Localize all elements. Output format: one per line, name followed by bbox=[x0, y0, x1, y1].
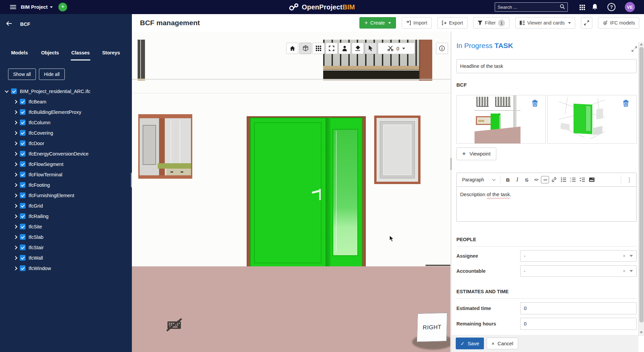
tree-item[interactable]: IfcDoor bbox=[0, 138, 132, 148]
tree-item[interactable]: IfcStair bbox=[0, 242, 132, 253]
tree-item[interactable]: IfcCovering bbox=[0, 128, 132, 138]
checkbox-checked[interactable] bbox=[20, 265, 26, 271]
tab-classes[interactable]: Classes bbox=[69, 48, 92, 60]
chevron-right-icon[interactable] bbox=[13, 214, 17, 218]
import-button[interactable]: Import bbox=[402, 17, 432, 29]
todo-list-button[interactable] bbox=[578, 175, 587, 184]
checkbox-checked[interactable] bbox=[20, 151, 26, 157]
description-text-area[interactable]: Description of the task. bbox=[456, 187, 637, 222]
bulleted-list-button[interactable] bbox=[559, 175, 568, 184]
right-window[interactable] bbox=[374, 116, 420, 184]
chevron-right-icon[interactable] bbox=[13, 193, 17, 197]
viewer-and-cards-button[interactable]: Viewer and cards bbox=[515, 17, 575, 29]
link-button[interactable] bbox=[550, 175, 558, 184]
viewer-info-button[interactable] bbox=[436, 43, 448, 54]
notifications-bell-icon[interactable] bbox=[591, 3, 598, 12]
chevron-right-icon[interactable] bbox=[13, 152, 17, 156]
select-tool-button[interactable] bbox=[365, 43, 377, 54]
viewpoint-thumbnail-wireframe[interactable] bbox=[559, 95, 605, 143]
scrollbar-thumb[interactable] bbox=[639, 47, 644, 322]
checkbox-checked[interactable] bbox=[20, 161, 26, 167]
delete-viewpoint-icon[interactable] bbox=[623, 100, 629, 108]
add-viewpoint-button[interactable]: + Viewpoint bbox=[456, 147, 496, 160]
hamburger-menu-icon[interactable] bbox=[10, 5, 16, 6]
global-add-button[interactable]: + bbox=[58, 3, 67, 11]
checkbox-checked[interactable] bbox=[20, 120, 26, 125]
tree-item[interactable]: IfcBuildingElementProxy bbox=[0, 107, 132, 117]
viewpoint-card[interactable] bbox=[547, 95, 637, 144]
expand-panel-icon[interactable] bbox=[632, 46, 637, 53]
first-person-button[interactable] bbox=[339, 43, 351, 54]
fit-view-button[interactable] bbox=[326, 43, 338, 54]
search-icon[interactable] bbox=[560, 4, 565, 10]
chevron-right-icon[interactable] bbox=[13, 204, 17, 208]
checkbox-checked[interactable] bbox=[20, 140, 26, 146]
search-input[interactable] bbox=[495, 5, 560, 10]
3d-view-button[interactable] bbox=[299, 43, 311, 54]
viewpoint-card[interactable] bbox=[456, 95, 546, 144]
storeys-button[interactable] bbox=[312, 43, 325, 54]
hide-element-button[interactable] bbox=[352, 43, 364, 54]
tree-item[interactable]: IfcSite bbox=[0, 221, 132, 232]
cancel-button[interactable]: × Cancel bbox=[487, 338, 518, 349]
left-window[interactable] bbox=[138, 114, 192, 179]
tree-item[interactable]: IfcWall bbox=[0, 253, 132, 263]
assignee-select[interactable]: - × bbox=[520, 250, 637, 262]
checkbox-checked[interactable] bbox=[20, 109, 26, 115]
checkbox-checked[interactable] bbox=[20, 192, 26, 198]
chevron-right-icon[interactable] bbox=[13, 110, 17, 114]
chevron-right-icon[interactable] bbox=[13, 100, 17, 103]
checkbox-checked[interactable] bbox=[20, 224, 26, 229]
tree-item[interactable]: IfcColumn bbox=[0, 117, 132, 128]
chevron-right-icon[interactable] bbox=[13, 141, 17, 145]
tree-item[interactable]: IfcFlowSegment bbox=[0, 159, 132, 169]
save-button[interactable]: ✓ Save bbox=[456, 338, 484, 349]
nav-cube[interactable]: RIGHT bbox=[417, 313, 447, 342]
filter-button[interactable]: Filter 1 bbox=[473, 17, 509, 29]
insert-image-button[interactable] bbox=[587, 175, 596, 184]
tree-item[interactable]: IfcSlab bbox=[0, 232, 132, 242]
chevron-right-icon[interactable] bbox=[13, 235, 17, 239]
checkbox-checked[interactable] bbox=[20, 182, 26, 188]
ifc-models-button[interactable]: IFC models bbox=[598, 17, 639, 29]
checkbox-checked[interactable] bbox=[20, 213, 26, 219]
tree-item[interactable]: IfcRailing bbox=[0, 211, 132, 221]
chevron-right-icon[interactable] bbox=[13, 121, 17, 124]
show-all-button[interactable]: Show all bbox=[8, 69, 36, 80]
chevron-right-icon[interactable] bbox=[13, 246, 17, 249]
chevron-right-icon[interactable] bbox=[13, 173, 17, 176]
chevron-right-icon[interactable] bbox=[13, 162, 17, 166]
tree-item[interactable]: IfcWindow bbox=[0, 263, 132, 273]
format-dropdown[interactable]: Paragraph bbox=[459, 177, 497, 182]
checkbox-checked[interactable] bbox=[20, 99, 26, 104]
chevron-right-icon[interactable] bbox=[13, 183, 17, 187]
chevron-right-icon[interactable] bbox=[13, 266, 17, 270]
bold-button[interactable]: B bbox=[503, 175, 512, 184]
modules-grid-icon[interactable] bbox=[580, 5, 581, 6]
help-button[interactable]: ? bbox=[607, 3, 615, 11]
checkbox-checked[interactable] bbox=[20, 255, 26, 261]
headline-input[interactable] bbox=[456, 59, 637, 73]
selected-ifc-door[interactable] bbox=[247, 116, 366, 269]
chevron-down-icon[interactable] bbox=[5, 89, 8, 92]
panel-scrollbar[interactable] bbox=[638, 42, 644, 336]
chevron-right-icon[interactable] bbox=[13, 225, 17, 228]
tree-item[interactable]: IfcGrid bbox=[0, 201, 132, 211]
numbered-list-button[interactable]: 12 bbox=[568, 175, 577, 184]
checkbox-checked[interactable] bbox=[20, 130, 26, 136]
back-arrow-icon[interactable] bbox=[6, 21, 12, 27]
user-avatar[interactable]: VE bbox=[625, 2, 635, 12]
accountable-select[interactable]: - × bbox=[520, 265, 637, 277]
editor-more-button[interactable]: ⋮ bbox=[625, 175, 634, 184]
sidebar-scrollbar[interactable] bbox=[131, 173, 132, 187]
tree-root[interactable]: BIM_Project_residential_ARC.ifc bbox=[0, 86, 132, 96]
viewpoint-thumbnail-facade[interactable] bbox=[475, 95, 521, 143]
delete-viewpoint-icon[interactable] bbox=[532, 100, 538, 108]
scroll-up-arrow[interactable] bbox=[640, 43, 643, 45]
tree-item[interactable]: IfcFlowTerminal bbox=[0, 169, 132, 180]
remaining-hours-input[interactable] bbox=[520, 318, 637, 330]
section-cut-control[interactable]: 0 bbox=[378, 43, 415, 54]
tree-item[interactable]: IfcBeam bbox=[0, 96, 132, 107]
estimated-time-input[interactable] bbox=[520, 302, 637, 314]
inline-code-button[interactable]: <> bbox=[532, 175, 540, 184]
